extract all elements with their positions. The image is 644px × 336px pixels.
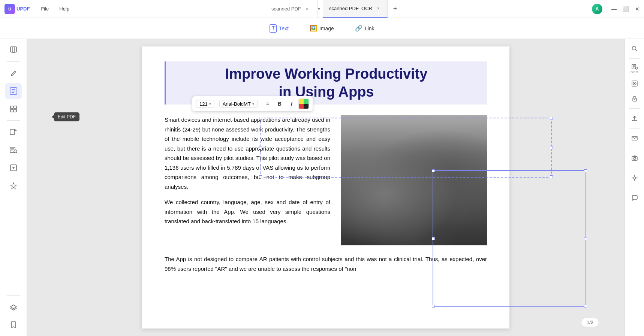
lock-icon-right[interactable] (628, 92, 641, 105)
font-size-select[interactable]: 121 ▾ (196, 100, 214, 108)
right-divider-5 (629, 168, 640, 168)
svg-point-20 (632, 46, 636, 50)
image-tool-icon: 🖼️ (310, 25, 317, 32)
font-size-arrow: ▾ (209, 102, 211, 106)
right-divider-1 (629, 58, 640, 59)
pdf-text-column: Smart devices and internet-based applica… (165, 115, 330, 226)
bold-button[interactable]: B (274, 99, 285, 109)
right-divider-6 (629, 188, 640, 188)
pdf-paragraph-1: Smart devices and internet-based applica… (165, 115, 330, 191)
sidebar-item-edit-pdf[interactable] (5, 83, 22, 99)
sparkle-icon-right[interactable] (628, 171, 641, 185)
sidebar-divider-1 (7, 61, 20, 62)
page-number-badge: 1/2 (581, 318, 599, 327)
edit-pdf-tooltip: Edit PDF (54, 112, 79, 121)
sidebar-item-bookmarks[interactable] (5, 317, 22, 333)
toolbar-divider-2 (260, 100, 260, 108)
help-menu[interactable]: Help (54, 4, 75, 13)
chat-icon-right[interactable] (628, 191, 641, 205)
svg-marker-19 (10, 183, 16, 189)
sidebar-item-convert[interactable] (5, 124, 22, 140)
svg-rect-7 (10, 106, 13, 109)
resize-handle-tr[interactable] (550, 117, 553, 120)
font-name-arrow: ▾ (252, 102, 254, 106)
svg-rect-32 (632, 136, 637, 140)
pdf-image-column (341, 115, 487, 245)
sidebar-item-layers[interactable] (5, 299, 22, 315)
text-tool-button[interactable]: T Text (265, 22, 293, 35)
tooltip-arrow (52, 115, 54, 119)
sidebar-item-ai[interactable] (5, 178, 22, 194)
img-resize-br[interactable] (584, 305, 587, 308)
resize-handle-mr[interactable] (550, 146, 553, 149)
main-layout: 121 ▾ Arial-BoldMT ▾ ≡ B I Edit PDF (0, 39, 644, 336)
sidebar-item-annotate[interactable] (5, 65, 22, 81)
maximize-button[interactable]: ⬜ (623, 6, 629, 12)
font-name-select[interactable]: Arial-BoldMT ▾ (219, 100, 258, 108)
resize-handle-br[interactable] (550, 175, 553, 178)
minimize-button[interactable]: — (611, 6, 617, 12)
tab-bar: scanned PDF ✕ ▾ scanned PDF_OCR ✕ + (265, 0, 401, 18)
link-tool-button[interactable]: 🔗 Link (350, 22, 379, 34)
window-controls: — ⬜ ✕ (611, 6, 640, 12)
email-icon-right[interactable] (628, 131, 641, 145)
sidebar-item-ocr[interactable] (5, 142, 22, 158)
svg-line-21 (635, 50, 637, 52)
link-tool-icon: 🔗 (355, 25, 362, 32)
file-menu[interactable]: File (36, 4, 54, 13)
sidebar-item-organize[interactable] (5, 101, 22, 117)
app-logo: U UPDF (4, 4, 30, 14)
pdf-paragraph-2: We collected country, language, age, sex… (165, 197, 330, 226)
italic-button[interactable]: I (286, 99, 297, 109)
svg-rect-8 (14, 106, 16, 109)
pdf-content: Improve Working Productivity in Using Ap… (142, 46, 509, 288)
text-tool-icon: T (270, 24, 277, 33)
tab-scanned-pdf-ocr[interactable]: scanned PDF_OCR ✕ (323, 0, 388, 18)
svg-point-16 (14, 150, 17, 153)
svg-line-17 (16, 152, 17, 153)
scan-icon-right[interactable] (628, 77, 641, 90)
right-divider-4 (629, 148, 640, 148)
toolbar-divider-1 (217, 100, 217, 108)
format-toolbar: 121 ▾ Arial-BoldMT ▾ ≡ B I (192, 96, 313, 112)
svg-point-34 (634, 157, 636, 160)
tab2-close-icon[interactable]: ✕ (375, 6, 381, 12)
svg-rect-9 (10, 109, 13, 112)
align-button[interactable]: ≡ (262, 99, 273, 109)
close-button[interactable]: ✕ (635, 6, 640, 12)
tab-scanned-pdf[interactable]: scanned PDF ✕ (265, 0, 318, 18)
logo-icon: U (4, 4, 15, 14)
ocr-right-icon[interactable]: OCR (628, 62, 641, 75)
pdf-embedded-image (341, 115, 487, 245)
sidebar-divider-2 (7, 120, 20, 121)
image-tool-button[interactable]: 🖼️ Image (305, 22, 338, 34)
img-resize-mr[interactable] (584, 237, 587, 240)
svg-point-29 (634, 83, 635, 84)
right-divider-2 (629, 108, 640, 109)
user-avatar[interactable]: A (592, 4, 602, 14)
right-sidebar: OCR (625, 39, 644, 336)
ocr-right-label: OCR (631, 70, 638, 74)
svg-rect-1 (13, 47, 16, 52)
sidebar-divider-3 (7, 295, 20, 296)
tab1-close-icon[interactable]: ✕ (304, 6, 310, 12)
sidebar-item-compress[interactable] (5, 160, 22, 176)
color-picker-button[interactable] (298, 99, 309, 109)
pdf-body: Smart devices and internet-based applica… (165, 115, 487, 245)
tab-add-button[interactable]: + (389, 3, 401, 15)
img-resize-tr[interactable] (584, 169, 587, 172)
left-sidebar (0, 39, 27, 336)
svg-point-31 (634, 99, 635, 100)
pdf-document: Improve Working Productivity in Using Ap… (142, 46, 509, 329)
svg-rect-11 (10, 129, 15, 134)
share-icon-right[interactable] (628, 112, 641, 125)
sidebar-item-reader[interactable] (5, 42, 22, 58)
right-divider-3 (629, 128, 640, 128)
main-toolbar: T Text 🖼️ Image 🔗 Link (0, 18, 644, 39)
tab-dropdown-icon[interactable]: ▾ (318, 6, 320, 12)
search-icon-right[interactable] (628, 42, 641, 55)
camera-icon-right[interactable] (628, 151, 641, 165)
image-scene (341, 115, 487, 245)
img-resize-bl[interactable] (432, 305, 435, 308)
content-area: 121 ▾ Arial-BoldMT ▾ ≡ B I Edit PDF (27, 39, 625, 336)
